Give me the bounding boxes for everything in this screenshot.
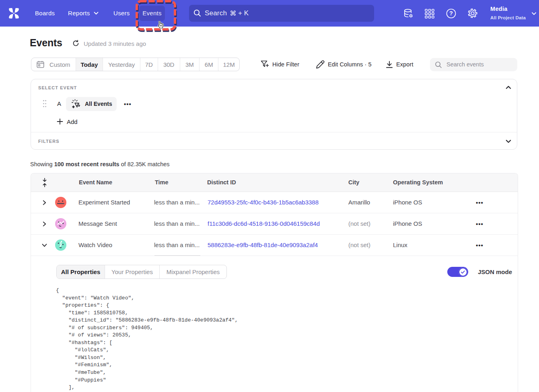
svg-text:?: ? xyxy=(449,10,453,17)
